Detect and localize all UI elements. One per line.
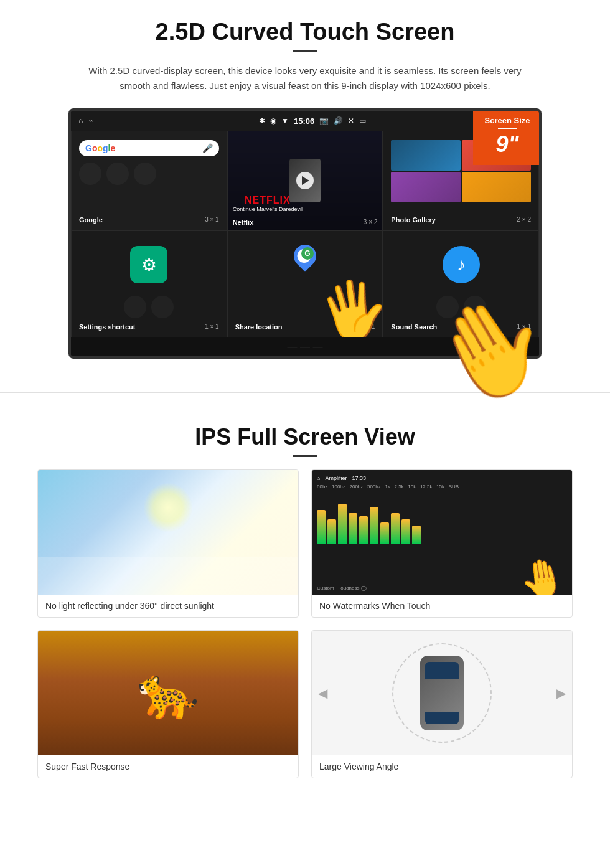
google-search-bar[interactable]: Google 🎤	[79, 140, 219, 156]
close-icon: ✕	[348, 116, 354, 125]
view-angle-left-arrow: ◀	[318, 686, 327, 701]
car-body	[420, 656, 464, 730]
amp-bar-6	[370, 507, 378, 544]
mic-icon[interactable]: 🎤	[202, 143, 213, 153]
feature-card-watermarks: ⌂ Amplifier 17:33 60hz 100hz 200hz 500hz…	[311, 469, 573, 618]
sound-app-name: Sound Search	[391, 323, 437, 331]
settings-icon-wrapper: ⚙	[130, 246, 167, 283]
car-rear	[425, 712, 459, 724]
car-circle	[392, 643, 492, 743]
ghost-icon-1	[79, 163, 101, 185]
angle-label: Large Viewing Angle	[312, 755, 572, 778]
status-bar: ⌂ ⌁ ✱ ◉ ▼ 15:06 📷 🔊 ✕ ▭	[71, 111, 539, 131]
cheetah-icon: 🐆	[137, 664, 199, 722]
netflix-play-button[interactable]	[296, 172, 314, 189]
location-icon: ◉	[270, 116, 276, 125]
page-indicator: — — —	[71, 337, 539, 356]
gallery-thumb-4	[462, 172, 531, 202]
amp-hand-icon: 🤚	[515, 553, 569, 595]
share-content: G	[235, 240, 375, 281]
sunlight-label: No light reflecting under 360° direct su…	[38, 595, 298, 617]
google-cell-label: Google 3 × 1	[79, 211, 219, 224]
google-grid-size: 3 × 1	[205, 216, 219, 224]
sound-ghost-2	[464, 296, 486, 318]
car-windshield	[425, 662, 459, 679]
app-cell-share[interactable]: G 🖐 Share location 1 × 1	[227, 230, 383, 337]
settings-ghost-1	[124, 296, 146, 318]
device-wrapper: Screen Size 9" ⌂ ⌁ ✱ ◉ ▼ 15:06 📷	[37, 108, 573, 359]
amp-bar-2	[327, 519, 336, 544]
amp-time: 17:33	[352, 475, 366, 481]
netflix-subtitle: Continue Marvel's Daredevil	[233, 206, 303, 212]
sound-ghost-icons	[391, 296, 531, 318]
fast-label: Super Fast Response	[38, 755, 298, 778]
amp-title: Amplifier	[325, 475, 347, 481]
feature-card-fast: 🐆 Super Fast Response	[37, 630, 299, 778]
settings-grid-size: 1 × 1	[205, 323, 219, 331]
maps-g-overlay: G	[301, 247, 314, 260]
music-note-icon: ♪	[457, 255, 466, 275]
home-icon[interactable]: ⌂	[78, 116, 83, 125]
page: 2.5D Curved Touch Screen With 2.5D curve…	[0, 0, 610, 797]
gallery-cell-label: Photo Gallery 2 × 2	[391, 211, 531, 224]
sound-cell-label: Sound Search 1 × 1	[391, 318, 531, 331]
ghost-icon-2	[106, 163, 129, 185]
maps-icon-wrapper: G	[291, 245, 319, 276]
gallery-grid-size: 2 × 2	[517, 216, 531, 224]
netflix-app-name: Netflix	[233, 219, 254, 226]
wifi-icon: ▼	[281, 116, 289, 125]
amp-bar-1	[317, 510, 326, 544]
gear-icon: ⚙	[141, 255, 157, 275]
app-cell-google[interactable]: Google 🎤 Google 3 × 1	[71, 131, 227, 230]
gallery-thumb-3	[391, 172, 460, 202]
google-logo: Google	[85, 143, 115, 153]
section1-title: 2.5D Curved Touch Screen	[37, 19, 573, 45]
amp-home-icon: ⌂	[317, 475, 320, 481]
app-grid-row1: Google 🎤 Google 3 × 1	[71, 131, 539, 230]
ghost-icons	[79, 163, 219, 185]
bluetooth-icon: ✱	[259, 116, 265, 125]
status-time: 15:06	[294, 116, 314, 126]
feature-card-sunlight: No light reflecting under 360° direct su…	[37, 469, 299, 618]
sky-reflection	[38, 557, 298, 595]
amp-bar-9	[401, 519, 410, 544]
music-icon-wrapper: ♪	[443, 246, 480, 283]
amp-bar-7	[380, 522, 389, 544]
window-icon: ▭	[359, 116, 366, 125]
car-image: ◀ ▶	[312, 631, 572, 755]
sound-grid-size: 1 × 1	[517, 323, 531, 331]
amp-header: ⌂ Amplifier 17:33	[317, 475, 567, 481]
cheetah-image: 🐆	[38, 631, 298, 755]
badge-line	[498, 128, 517, 129]
app-cell-settings[interactable]: ⚙ Settings shortcut 1 × 1	[71, 230, 227, 337]
hand-pointer-icon: 🖐	[314, 272, 383, 337]
amp-bar-5	[359, 516, 368, 544]
app-cell-sound[interactable]: ♪ Sound Search 1 × 1	[383, 230, 539, 337]
section-ips: IPS Full Screen View No light reflecting…	[0, 412, 610, 797]
amp-labels: 60hz 100hz 200hz 500hz 1k 2.5k 10k 12.5k…	[317, 484, 567, 489]
feature-card-angle: ◀ ▶ Large Viewing Angle	[311, 630, 573, 778]
amp-bars	[317, 494, 567, 544]
title-underline	[293, 50, 317, 52]
netflix-grid-size: 3 × 2	[364, 219, 378, 226]
device-screen: Screen Size 9" ⌂ ⌁ ✱ ◉ ▼ 15:06 📷	[68, 108, 542, 359]
amplifier-image: ⌂ Amplifier 17:33 60hz 100hz 200hz 500hz…	[312, 470, 572, 595]
status-left: ⌂ ⌁	[78, 116, 93, 125]
badge-title: Screen Size	[483, 116, 532, 125]
amp-bar-3	[338, 504, 347, 544]
status-center: ✱ ◉ ▼ 15:06 📷 🔊 ✕ ▭	[93, 116, 532, 126]
settings-ghost-icons	[79, 296, 219, 318]
netflix-info: NETFLIX Continue Marvel's Daredevil	[233, 195, 303, 212]
app-cell-netflix[interactable]: NETFLIX Continue Marvel's Daredevil Netf…	[227, 131, 383, 230]
sound-ghost-1	[436, 296, 459, 318]
netflix-logo: NETFLIX	[233, 195, 303, 206]
gallery-app-name: Photo Gallery	[391, 216, 436, 224]
app-grid-row2: ⚙ Settings shortcut 1 × 1	[71, 230, 539, 337]
sun-glow	[143, 483, 193, 532]
section1-description: With 2.5D curved-display screen, this de…	[87, 64, 523, 93]
amp-bar-4	[349, 513, 357, 544]
amp-bar-8	[391, 513, 400, 544]
amp-bar-10	[412, 526, 421, 544]
settings-cell-label: Settings shortcut 1 × 1	[79, 318, 219, 331]
settings-ghost-2	[151, 296, 174, 318]
